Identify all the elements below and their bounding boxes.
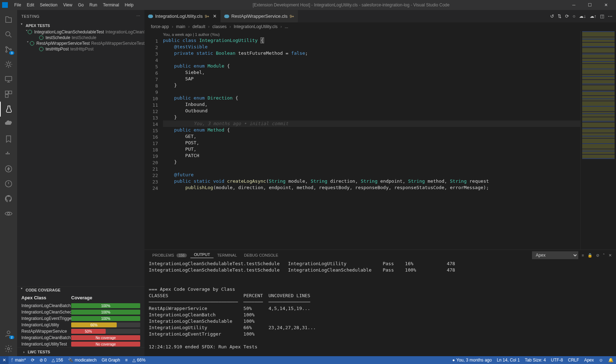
coverage-row[interactable]: IntegrationLogUtility66%: [17, 322, 144, 328]
editor[interactable]: 123456789101112131415161718192021222324 …: [144, 31, 616, 250]
remote-indicator[interactable]: ✕: [0, 356, 9, 364]
more-icon[interactable]: ⋯: [136, 14, 141, 18]
code-coverage-section[interactable]: ˅ CODE COVERAGE: [17, 287, 144, 293]
terminal-tab[interactable]: TERMINAL: [214, 253, 241, 257]
menu-help[interactable]: Help: [122, 2, 137, 7]
more-icon[interactable]: ⋯: [608, 14, 612, 19]
clear-icon[interactable]: ⊘: [596, 253, 599, 258]
blame-status[interactable]: ● You, 3 months ago: [450, 356, 494, 364]
menu-selection[interactable]: Selection: [37, 2, 60, 7]
accounts-icon[interactable]: 2: [0, 326, 17, 341]
gitgraph-status[interactable]: Git Graph: [99, 356, 122, 364]
docker-icon[interactable]: [0, 146, 17, 161]
encoding[interactable]: UTF-8: [548, 356, 565, 364]
coverage-row[interactable]: RestApiWrapperService50%: [17, 328, 144, 334]
coverage-row[interactable]: IntegrationLogCleanBatch100%: [17, 303, 144, 309]
test-item[interactable]: testScheduletestSchedule: [17, 35, 144, 41]
breadcrumb-item[interactable]: main: [176, 24, 185, 29]
lwc-tests-section[interactable]: › LWC TESTS: [19, 349, 142, 355]
debug-console-tab[interactable]: DEBUG CONSOLE: [241, 253, 282, 257]
cloud-upload-icon[interactable]: ☁↑: [590, 14, 597, 19]
tab-size[interactable]: Tab Size: 4: [522, 356, 548, 364]
test-item[interactable]: ˅IntegrationLogCleanSchedulableTestInteg…: [17, 29, 144, 35]
compare-icon[interactable]: ⇅: [558, 14, 562, 19]
codelens[interactable]: You, a week ago | 1 author (You): [163, 32, 580, 37]
gitlens-icon[interactable]: [0, 206, 17, 221]
sidebar: TESTING ⋯ ˅ APEX TESTS ˅IntegrationLogCl…: [17, 10, 144, 356]
cloud-download-icon[interactable]: ☁↓: [579, 14, 586, 19]
search-icon[interactable]: [0, 27, 17, 42]
problems-tab[interactable]: PROBLEMS 156: [149, 253, 190, 257]
breadcrumb-item[interactable]: ...: [285, 24, 288, 29]
breadcrumb-item[interactable]: classes: [212, 24, 227, 29]
filter-icon[interactable]: ≡: [582, 253, 584, 257]
list-icon[interactable]: ≡: [122, 356, 130, 364]
language-mode[interactable]: Apex: [581, 356, 596, 364]
svg-point-4: [7, 63, 10, 66]
cursor-position[interactable]: Ln 14, Col 1: [494, 356, 522, 364]
expand-icon[interactable]: ˄: [603, 253, 605, 258]
thunder-icon[interactable]: [0, 161, 17, 176]
scm-icon[interactable]: 3: [0, 42, 17, 57]
svg-rect-6: [5, 91, 8, 94]
breadcrumb-item[interactable]: default: [193, 24, 205, 29]
menu-terminal[interactable]: Terminal: [100, 2, 122, 7]
breadcrumb-item[interactable]: force-app: [151, 24, 169, 29]
code-coverage-label: CODE COVERAGE: [26, 288, 60, 292]
settings-gear-icon[interactable]: [0, 341, 17, 356]
menu-go[interactable]: Go: [75, 2, 86, 7]
maximize-button[interactable]: ☐: [582, 0, 598, 10]
accounts-badge: 2: [9, 336, 14, 339]
coverage-bar: No coverage: [71, 342, 140, 347]
coverage-row[interactable]: IntegrationLogCleanSchedulable100%: [17, 309, 144, 315]
extensions-icon[interactable]: [0, 87, 17, 102]
branch-status[interactable]: ᚶ main*: [9, 356, 28, 364]
tab-RestApiWrapperService.cls[interactable]: RestApiWrapperService.cls9+: [221, 10, 298, 22]
github-icon[interactable]: [0, 191, 17, 206]
history-icon[interactable]: ↺: [550, 14, 554, 19]
coverage-status[interactable]: △ 66%: [130, 356, 148, 364]
explorer-icon[interactable]: [0, 12, 17, 27]
eol[interactable]: CRLF: [565, 356, 581, 364]
code[interactable]: You, a week ago | 1 author (You)public c…: [163, 31, 580, 250]
coverage-row[interactable]: IntegrationLogCleanBatchTestNo coverage: [17, 334, 144, 341]
bookmark-icon[interactable]: [0, 132, 17, 146]
apex-tests-section[interactable]: ˅ APEX TESTS: [17, 22, 144, 28]
test-item[interactable]: ˅RestApiWrapperServiceTestRestApiWrapper…: [17, 41, 144, 46]
split-icon[interactable]: ◫: [600, 14, 604, 19]
minimap[interactable]: [580, 31, 616, 250]
minimize-button[interactable]: ─: [566, 0, 582, 10]
coverage-row[interactable]: IntegrationLogUtilityTestNo coverage: [17, 341, 144, 347]
menu-edit[interactable]: Edit: [24, 2, 37, 7]
breadcrumbs[interactable]: force-appmaindefaultclassesIntegrationLo…: [144, 22, 616, 31]
feedback-icon[interactable]: ☺: [596, 356, 606, 364]
output-channel-select[interactable]: Apex: [532, 251, 578, 259]
sync-status[interactable]: ⟳: [28, 356, 37, 364]
salesforce-icon[interactable]: [0, 117, 17, 132]
sync-icon[interactable]: ○: [573, 14, 575, 19]
close-panel-icon[interactable]: ✕: [609, 253, 612, 258]
test-item[interactable]: testHttpPosttestHttpPost: [17, 46, 144, 52]
errors-status[interactable]: ⊘ 0: [37, 356, 49, 364]
notifications-icon[interactable]: 🔔: [606, 356, 616, 364]
warnings-status[interactable]: △ 156: [49, 356, 65, 364]
lock-icon[interactable]: 🔒: [588, 253, 593, 258]
breadcrumb-item[interactable]: IntegrationLogUtility.cls: [234, 24, 278, 29]
svg-point-3: [10, 49, 11, 50]
close-tab-icon[interactable]: ✕: [213, 14, 217, 19]
debug-icon[interactable]: [0, 57, 17, 72]
menu-run[interactable]: Run: [86, 2, 100, 7]
org-status[interactable]: 🔌 modicatech: [65, 356, 99, 364]
test-description: testSchedule: [72, 35, 96, 40]
testing-icon[interactable]: [0, 102, 17, 117]
output-content[interactable]: IntegrationLogCleanSchedulableTest.testS…: [144, 261, 616, 356]
close-button[interactable]: ✕: [598, 0, 614, 10]
refresh-icon[interactable]: ⟳: [565, 14, 569, 19]
remote-explorer-icon[interactable]: [0, 72, 17, 87]
menu-view[interactable]: View: [60, 2, 75, 7]
tab-IntegrationLogUtility.cls[interactable]: IntegrationLogUtility.cls9+✕: [144, 10, 221, 22]
output-tab[interactable]: OUTPUT: [190, 252, 214, 258]
coverage-row[interactable]: IntegrationLogEventTrigger100%: [17, 315, 144, 322]
menu-file[interactable]: File: [11, 2, 24, 7]
issues-icon[interactable]: [0, 176, 17, 191]
